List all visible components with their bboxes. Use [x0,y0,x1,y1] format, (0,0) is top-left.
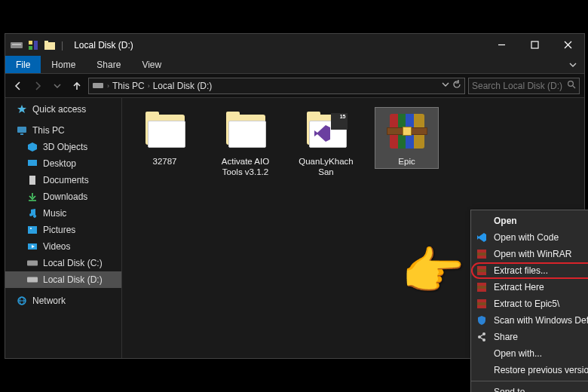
file-label: Epic [398,156,415,167]
tab-file[interactable]: File [5,56,41,73]
folder-icon [224,109,268,153]
sidebar-item-label: This PC [32,125,65,136]
ctx-open-with[interactable]: Open with... [471,345,588,362]
sidebar-item-label: Pictures [43,225,75,235]
ctx-share[interactable]: Share [471,329,588,345]
ctx-open[interactable]: Open [471,213,588,229]
file-label: Activate AIO Tools v3.1.2 [216,156,275,178]
winrar-icon [385,109,429,153]
music-icon [26,207,38,219]
explorer-window: | Local Disk (D:) File Home Share View [5,33,585,359]
nav-back-button[interactable] [10,78,26,94]
svg-rect-2 [29,41,32,44]
svg-rect-16 [28,160,37,166]
svg-rect-1 [12,44,21,45]
sidebar-network[interactable]: Network [5,292,121,309]
sidebar-item-label: Desktop [43,158,76,169]
documents-icon [26,174,38,186]
svg-rect-31 [477,302,486,305]
file-list-area[interactable]: 32787 Activate AIO Tools v3.1.2 15 [122,98,584,358]
archive-item[interactable]: Epic [375,107,439,169]
ctx-scan-defender[interactable]: Scan with Windows Defender... [471,312,588,329]
svg-rect-3 [34,41,38,50]
ctx-extract-files[interactable]: Extract files... [471,262,588,279]
ribbon-tabs: File Home Share View [5,56,584,74]
refresh-icon[interactable] [452,80,461,91]
tab-home[interactable]: Home [41,56,86,73]
winrar-icon [474,248,489,260]
ctx-separator [471,381,588,381]
minimize-button[interactable] [485,34,518,56]
sidebar-item-label: Local Disk (C:) [43,258,103,268]
folder-item[interactable]: 15 QuanLyKhachSan [294,107,358,180]
svg-rect-8 [531,41,538,48]
svg-rect-29 [477,286,486,289]
ctx-open-code[interactable]: Open with Code [471,229,588,246]
file-label: 32787 [153,156,177,167]
ribbon-expand-icon[interactable] [562,56,584,73]
close-button[interactable] [551,34,584,56]
winrar-icon [474,298,489,310]
svg-rect-5 [44,42,55,50]
sidebar-item-label: Downloads [43,191,87,202]
sidebar-videos[interactable]: Videos [5,238,121,255]
folder-item[interactable]: Activate AIO Tools v3.1.2 [213,107,277,180]
maximize-button[interactable] [518,34,551,56]
nav-recent-button[interactable] [49,78,66,94]
window-title: Local Disk (D:) [74,40,133,51]
crumb-sep-icon: › [148,82,150,90]
sidebar-pictures[interactable]: Pictures [5,222,121,238]
search-input[interactable]: Search Local Disk (D:) [468,78,580,94]
tab-share[interactable]: Share [86,56,131,73]
breadcrumb[interactable]: Local Disk (D:) [153,81,213,91]
svg-rect-25 [477,253,486,256]
network-icon [16,295,28,307]
sidebar-3d-objects[interactable]: 3D Objects [5,139,121,155]
sidebar-disk-c[interactable]: Local Disk (C:) [5,255,121,271]
drive-icon [92,80,104,92]
folder-vs-icon: 15 [305,109,348,153]
pointing-hand-icon: 👉 [401,241,465,302]
sidebar-item-label: Quick access [32,104,86,115]
drive-icon [10,38,23,52]
ctx-restore-versions[interactable]: Restore previous versions [471,362,588,378]
qat-newfolder-icon[interactable] [43,38,57,52]
pictures-icon [26,224,38,236]
breadcrumb[interactable]: This PC [112,81,145,91]
search-placeholder: Search Local Disk (D:) [472,81,567,91]
crumb-sep-icon: › [107,82,109,90]
folder-item[interactable]: 32787 [133,107,197,169]
monitor-icon [16,124,28,136]
sidebar-this-pc[interactable]: This PC [5,122,121,139]
svg-rect-6 [44,41,48,43]
sidebar-desktop[interactable]: Desktop [5,155,121,172]
svg-rect-14 [17,127,26,133]
search-icon [567,80,576,91]
qat-properties-icon[interactable] [26,38,40,52]
ctx-extract-to[interactable]: Extract to Epic5\ [471,296,588,312]
context-menu: Open Open with Code Open with WinRAR Ext… [470,210,588,392]
drive-icon [26,257,38,269]
tab-view[interactable]: View [131,56,172,73]
download-icon [26,191,38,203]
ctx-extract-here[interactable]: Extract Here [471,279,588,296]
ctx-send-to[interactable]: Send to ▶ [471,384,588,392]
svg-point-19 [30,228,32,229]
sidebar-downloads[interactable]: Downloads [5,188,121,205]
winrar-icon [474,265,489,277]
videos-icon [26,240,38,253]
address-dropdown-icon[interactable] [442,80,449,91]
svg-rect-22 [27,277,38,283]
address-bar[interactable]: › This PC › Local Disk (D:) [88,78,465,94]
folder-icon [143,109,187,153]
sidebar-quick-access[interactable]: Quick access [5,101,121,118]
sidebar-item-label: Music [43,208,66,219]
sidebar-item-label: 3D Objects [43,142,87,152]
sidebar-disk-d[interactable]: Local Disk (D:) [5,271,121,288]
ctx-open-winrar[interactable]: Open with WinRAR [471,246,588,262]
sidebar-music[interactable]: Music [5,205,121,222]
sidebar-documents[interactable]: Documents [5,172,121,188]
nav-up-button[interactable] [69,78,85,94]
svg-rect-17 [29,176,35,185]
nav-forward-button[interactable] [29,78,46,94]
